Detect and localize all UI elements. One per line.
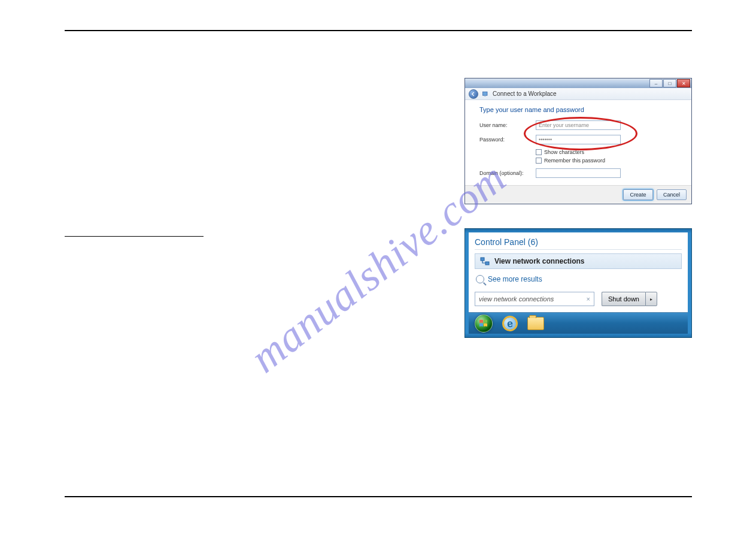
- taskbar: e: [469, 312, 688, 334]
- clear-search-button[interactable]: ×: [587, 295, 590, 303]
- username-input[interactable]: Enter your username: [536, 120, 621, 130]
- dialog-heading: Type your user name and password: [479, 106, 677, 113]
- show-characters-label: Show characters: [544, 149, 584, 155]
- page-top-rule: [65, 30, 692, 31]
- window-titlebar: – □ ✕: [465, 78, 691, 88]
- domain-label: Domain (optional):: [479, 170, 526, 176]
- wizard-title: Connect to a Workplace: [493, 90, 557, 97]
- username-label: User name:: [479, 122, 526, 128]
- domain-input[interactable]: [536, 168, 621, 178]
- shutdown-button[interactable]: Shut down: [602, 292, 645, 306]
- svg-rect-2: [481, 258, 484, 261]
- maximize-button[interactable]: □: [663, 79, 676, 87]
- search-icon: [476, 275, 484, 283]
- file-explorer-icon[interactable]: [527, 317, 544, 330]
- internet-explorer-icon[interactable]: e: [502, 315, 518, 331]
- password-label: Password:: [479, 137, 526, 143]
- back-button[interactable]: [469, 89, 478, 99]
- view-network-connections-label: View network connections: [494, 257, 584, 265]
- close-button[interactable]: ✕: [677, 79, 690, 87]
- see-more-results-link[interactable]: See more results: [476, 275, 682, 283]
- start-menu-panel: Control Panel (6) View network connectio…: [464, 228, 692, 338]
- start-orb[interactable]: [475, 315, 493, 333]
- shutdown-options-button[interactable]: ▸: [645, 292, 657, 306]
- page-bottom-rule: [65, 496, 692, 497]
- section-heading-underline: [65, 228, 204, 237]
- see-more-label: See more results: [488, 275, 542, 283]
- svg-rect-0: [483, 92, 488, 95]
- password-input[interactable]: •••••••: [536, 135, 621, 144]
- cancel-button[interactable]: Cancel: [657, 189, 687, 200]
- svg-rect-3: [485, 262, 489, 265]
- network-connections-icon: [480, 256, 490, 266]
- show-characters-checkbox[interactable]: [536, 149, 542, 155]
- workplace-icon: [482, 90, 489, 98]
- control-panel-heading: Control Panel (6): [475, 237, 682, 250]
- start-search-input[interactable]: view network connections ×: [475, 292, 594, 306]
- view-network-connections-item[interactable]: View network connections: [475, 253, 682, 269]
- svg-rect-1: [484, 95, 486, 96]
- search-input-value: view network connections: [479, 295, 554, 303]
- remember-password-label: Remember this password: [544, 158, 605, 164]
- dialog-button-row: Create Cancel: [465, 185, 691, 204]
- minimize-button[interactable]: –: [649, 79, 663, 87]
- wizard-header: Connect to a Workplace: [465, 88, 691, 100]
- create-button[interactable]: Create: [623, 189, 653, 200]
- windows-logo-icon: [478, 318, 489, 329]
- connect-workplace-dialog: – □ ✕ Connect to a Workplace Type your u…: [464, 78, 692, 204]
- remember-password-checkbox[interactable]: [536, 158, 542, 164]
